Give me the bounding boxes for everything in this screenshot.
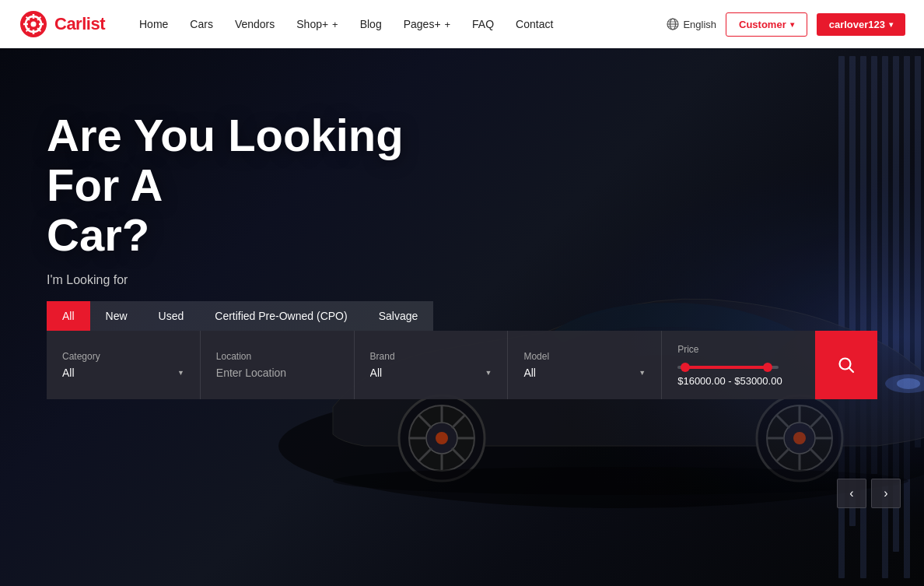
search-button[interactable] xyxy=(815,331,877,399)
category-label: Category xyxy=(62,351,184,362)
carousel-prev[interactable]: ‹ xyxy=(837,479,866,508)
hero-section: Are You Looking For A Car? I'm Looking f… xyxy=(0,48,924,586)
model-label: Model xyxy=(523,351,646,362)
location-input[interactable] xyxy=(216,367,338,379)
svg-line-46 xyxy=(849,368,853,373)
hero-sub-label: I'm Looking for xyxy=(47,273,877,287)
svg-point-2 xyxy=(31,22,37,27)
category-select[interactable]: All Sedan SUV Truck Coupe xyxy=(62,367,184,379)
price-field: Price $16000.00 - $53000.00 xyxy=(662,331,815,399)
logo-icon xyxy=(19,9,48,39)
tab-cpo[interactable]: Certified Pre-Owned (CPO) xyxy=(199,301,362,331)
customer-chevron: ▾ xyxy=(790,20,794,29)
brand-label: Brand xyxy=(370,351,492,362)
nav-home[interactable]: Home xyxy=(130,12,177,37)
username-label: carlover123 xyxy=(829,19,885,30)
navbar: Carlist Home Cars Vendors Shop+ Blog Pag… xyxy=(0,0,924,48)
carousel-arrows: ‹ › xyxy=(837,479,901,508)
user-chevron: ▾ xyxy=(889,20,893,29)
price-range-text: $16000.00 - $53000.00 xyxy=(677,375,800,387)
logo[interactable]: Carlist xyxy=(19,9,105,39)
search-tabs: All New Used Certified Pre-Owned (CPO) S… xyxy=(47,301,877,331)
tab-all[interactable]: All xyxy=(47,301,90,331)
customer-label: Customer xyxy=(739,19,786,30)
logo-text: Carlist xyxy=(54,14,105,34)
category-field: Category All Sedan SUV Truck Coupe xyxy=(47,331,201,399)
nav-blog[interactable]: Blog xyxy=(351,12,391,37)
user-button[interactable]: carlover123 ▾ xyxy=(817,13,905,36)
nav-links: Home Cars Vendors Shop+ Blog Pages+ FAQ … xyxy=(130,12,667,37)
search-icon xyxy=(838,356,855,374)
customer-button[interactable]: Customer ▾ xyxy=(726,12,807,37)
search-bar: Category All Sedan SUV Truck Coupe Locat… xyxy=(47,331,877,399)
hero-content: Are You Looking For A Car? I'm Looking f… xyxy=(0,48,924,586)
tab-new[interactable]: New xyxy=(90,301,143,331)
brand-select[interactable]: All Toyota Honda BMW Mercedes xyxy=(370,367,492,379)
nav-right: English Customer ▾ carlover123 ▾ xyxy=(667,12,905,37)
price-range-fill xyxy=(683,366,771,369)
language-label: English xyxy=(683,19,716,30)
nav-vendors[interactable]: Vendors xyxy=(226,12,284,37)
location-label: Location xyxy=(216,351,338,362)
model-select[interactable]: All Camry Civic 3 Series xyxy=(523,367,646,379)
language-button[interactable]: English xyxy=(667,18,716,30)
price-range-thumb-right[interactable] xyxy=(763,363,772,372)
carousel-next[interactable]: › xyxy=(871,479,901,508)
nav-pages[interactable]: Pages+ xyxy=(394,12,460,37)
brand-field: Brand All Toyota Honda BMW Mercedes xyxy=(355,331,509,399)
nav-shop[interactable]: Shop+ xyxy=(287,12,347,37)
tab-salvage[interactable]: Salvage xyxy=(363,301,434,331)
price-range-slider[interactable] xyxy=(677,366,779,369)
hero-heading: Are You Looking For A Car? xyxy=(47,111,436,259)
globe-icon xyxy=(667,18,679,30)
price-range-thumb-left[interactable] xyxy=(681,363,690,372)
location-field: Location xyxy=(201,331,355,399)
nav-faq[interactable]: FAQ xyxy=(463,12,503,37)
nav-cars[interactable]: Cars xyxy=(180,12,222,37)
nav-contact[interactable]: Contact xyxy=(506,12,562,37)
price-label: Price xyxy=(677,344,800,355)
model-field: Model All Camry Civic 3 Series xyxy=(508,331,662,399)
tab-used[interactable]: Used xyxy=(143,301,200,331)
